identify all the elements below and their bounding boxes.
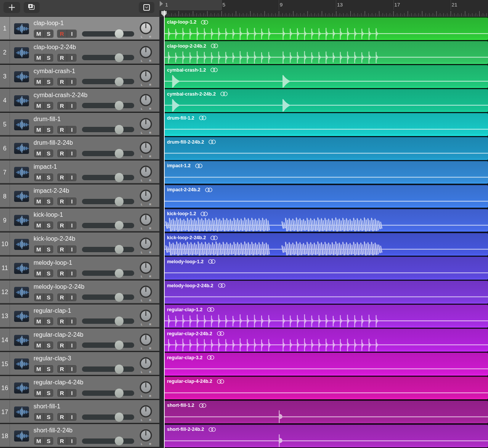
svg-text:L: L: [141, 35, 143, 38]
svg-text:R: R: [149, 131, 151, 134]
svg-text:L: L: [141, 299, 143, 302]
svg-text:L: L: [141, 83, 143, 86]
svg-text:R: R: [149, 155, 151, 158]
svg-text:L: L: [141, 347, 143, 350]
svg-text:R: R: [149, 323, 151, 326]
svg-text:R: R: [149, 395, 151, 397]
svg-text:R: R: [149, 83, 151, 86]
svg-text:L: L: [141, 323, 143, 326]
svg-text:R: R: [149, 203, 151, 206]
svg-text:R: R: [149, 251, 151, 254]
svg-text:R: R: [149, 419, 151, 421]
svg-text:L: L: [141, 275, 143, 278]
svg-text:L: L: [141, 227, 143, 230]
svg-text:R: R: [149, 371, 151, 373]
svg-text:R: R: [149, 59, 151, 62]
svg-text:L: L: [141, 395, 143, 397]
svg-text:L: L: [141, 371, 143, 373]
svg-text:L: L: [141, 419, 143, 421]
svg-text:L: L: [141, 251, 143, 254]
svg-text:R: R: [149, 179, 151, 182]
svg-text:R: R: [149, 35, 151, 38]
svg-text:L: L: [141, 131, 143, 134]
svg-text:L: L: [141, 443, 143, 445]
svg-text:L: L: [141, 203, 143, 206]
svg-text:R: R: [149, 107, 151, 110]
svg-text:R: R: [149, 299, 151, 302]
svg-text:L: L: [141, 179, 143, 182]
svg-text:R: R: [149, 275, 151, 278]
svg-text:L: L: [141, 107, 143, 110]
svg-text:L: L: [141, 59, 143, 62]
svg-text:R: R: [149, 347, 151, 350]
svg-text:R: R: [149, 227, 151, 230]
svg-text:R: R: [149, 443, 151, 445]
svg-text:L: L: [141, 155, 143, 158]
